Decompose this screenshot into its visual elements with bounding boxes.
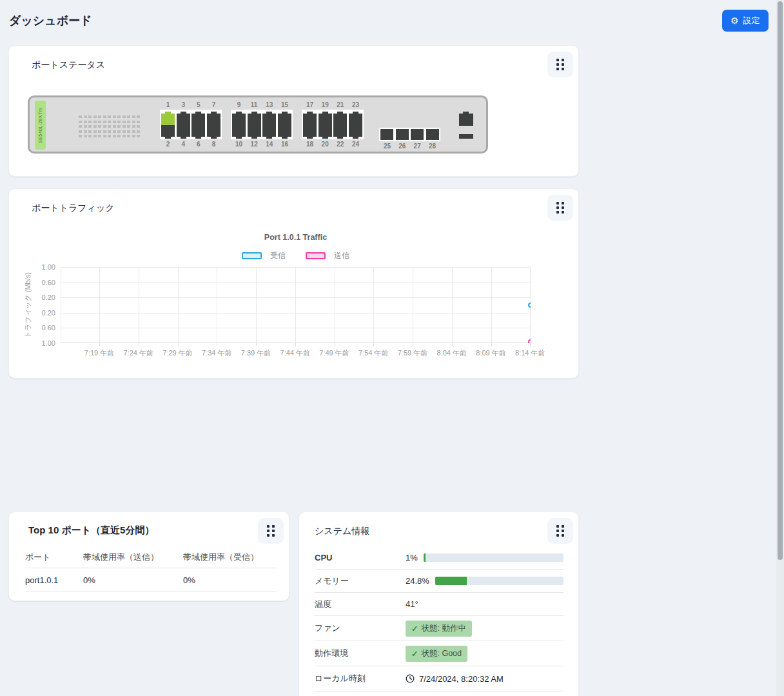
x-tick-mark xyxy=(295,343,296,346)
x-tick-label: 8:14 午前 xyxy=(507,348,553,358)
row-label: 温度 xyxy=(315,599,406,610)
port-15[interactable] xyxy=(278,114,291,125)
chart-title: Port 1.0.1 Traffic xyxy=(61,233,531,242)
port-12[interactable] xyxy=(248,125,261,137)
port-number: 24 xyxy=(348,139,363,149)
drag-handle-button[interactable] xyxy=(547,518,573,544)
port-13[interactable] xyxy=(262,114,276,125)
row-value: ✓状態: Good xyxy=(406,646,564,662)
scrollbar-thumb[interactable] xyxy=(778,1,783,560)
time-text: 7/24/2024, 8:20:32 AM xyxy=(419,674,504,684)
page-title: ダッシュボード xyxy=(9,13,92,28)
settings-button[interactable]: ⚙ 設定 xyxy=(722,10,769,32)
port-20[interactable] xyxy=(318,125,332,137)
table-cell: port1.0.1 xyxy=(25,575,83,585)
port-number: 9 xyxy=(231,100,246,110)
port-group: 911131510121416 xyxy=(231,100,293,149)
port-22[interactable] xyxy=(333,125,347,137)
console-port-icon xyxy=(459,114,473,126)
port-status-title: ポートステータス xyxy=(32,59,105,71)
percent-text: 24.8% xyxy=(406,576,429,586)
row-label: CPU xyxy=(315,553,406,562)
x-tick-mark xyxy=(256,343,257,346)
port-number: 3 xyxy=(176,100,191,110)
system-info-row: メモリー24.8% xyxy=(315,570,564,593)
drag-handle-button[interactable] xyxy=(547,52,573,77)
port-number: 17 xyxy=(302,100,317,110)
row-value: ✓状態: 動作中 xyxy=(406,621,564,637)
port-2[interactable] xyxy=(161,125,175,137)
table-cell: 0% xyxy=(83,575,183,585)
system-info-row: ファン✓状態: 動作中 xyxy=(315,616,564,641)
port-1[interactable] xyxy=(161,114,175,125)
progress-track xyxy=(424,553,564,562)
top-ports-table: ポート帯域使用率（送信）帯域使用率（受信）port1.0.10%0% xyxy=(25,547,277,592)
progress-fill xyxy=(424,553,426,562)
port-23[interactable] xyxy=(349,114,362,125)
port-number: 10 xyxy=(231,139,246,149)
y-tick-label: 0.20 xyxy=(9,293,55,301)
v-gridline xyxy=(99,267,100,343)
settings-button-label: 設定 xyxy=(743,15,760,26)
port-10[interactable] xyxy=(232,125,246,137)
port-16[interactable] xyxy=(278,125,291,137)
port-19[interactable] xyxy=(318,114,332,125)
port-25[interactable] xyxy=(380,129,393,140)
x-tick-mark xyxy=(413,343,413,346)
port-7[interactable] xyxy=(207,114,220,125)
port-17[interactable] xyxy=(303,114,317,125)
port-number: 8 xyxy=(206,139,221,149)
drag-handle-button[interactable] xyxy=(258,518,284,544)
port-box xyxy=(302,110,364,139)
port-8[interactable] xyxy=(207,125,220,137)
x-tick-mark xyxy=(178,343,179,346)
column-header: ポート xyxy=(25,552,83,563)
v-gridline xyxy=(335,267,335,343)
port-28[interactable] xyxy=(426,129,439,140)
port-14[interactable] xyxy=(262,125,276,137)
scrollbar-track[interactable] xyxy=(776,0,784,696)
system-info-card: システム情報 CPU1%メモリー24.8%温度41°ファン✓状態: 動作中動作環… xyxy=(299,512,579,696)
port-24[interactable] xyxy=(349,125,362,137)
port-27[interactable] xyxy=(411,129,424,140)
v-gridline xyxy=(256,267,257,343)
port-box xyxy=(160,110,222,139)
v-gridline xyxy=(452,267,453,343)
port-row-bottom xyxy=(303,125,362,139)
check-icon: ✓ xyxy=(411,624,418,633)
data-point-marker xyxy=(528,303,531,308)
legend-item: 送信 xyxy=(306,250,349,261)
port-3[interactable] xyxy=(177,114,190,125)
x-tick-mark xyxy=(491,343,492,346)
port-5[interactable] xyxy=(191,114,205,125)
switch-front-panel: SE540L-28XTm 135724689111315101214161719… xyxy=(28,95,488,154)
vent-grid xyxy=(79,115,140,137)
grip-icon xyxy=(556,202,564,214)
x-tick-mark xyxy=(530,343,531,346)
port-9[interactable] xyxy=(232,114,246,125)
v-gridline xyxy=(61,267,61,343)
port-traffic-card: ポートトラフィック Port 1.0.1 Traffic 受信送信 トラフィック… xyxy=(8,188,579,379)
port-4[interactable] xyxy=(177,125,190,137)
port-number: 7 xyxy=(206,100,221,110)
percent-text: 1% xyxy=(406,553,418,562)
check-icon: ✓ xyxy=(411,649,418,659)
drag-handle-button[interactable] xyxy=(547,195,573,221)
x-tick-mark xyxy=(139,343,139,346)
gear-icon: ⚙ xyxy=(730,16,739,25)
clock-icon xyxy=(406,674,415,683)
port-row-top xyxy=(161,112,220,125)
system-info-row: 動作環境✓状態: Good xyxy=(315,641,564,666)
column-header: 帯域使用率（受信） xyxy=(183,552,277,563)
v-gridline xyxy=(178,267,179,343)
traffic-plot xyxy=(61,267,531,343)
port-21[interactable] xyxy=(333,114,347,125)
port-11[interactable] xyxy=(248,114,261,125)
port-26[interactable] xyxy=(396,129,409,140)
port-number: 18 xyxy=(302,139,317,149)
top-ports-card: Top 10 ポート（直近5分間） ポート帯域使用率（送信）帯域使用率（受信）p… xyxy=(8,512,289,601)
port-6[interactable] xyxy=(191,125,205,137)
port-number: 22 xyxy=(333,139,348,149)
y-tick-label: 0.60 xyxy=(9,279,55,286)
port-18[interactable] xyxy=(303,125,317,137)
